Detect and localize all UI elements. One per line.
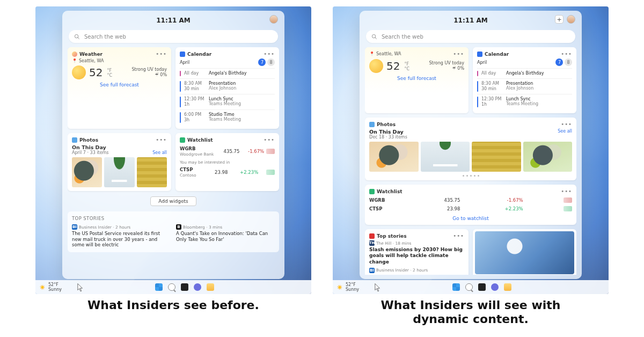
photos-icon — [369, 122, 375, 127]
avatar[interactable] — [269, 15, 278, 24]
watchlist-go-link[interactable]: Go to watchlist — [369, 216, 572, 221]
calendar-event[interactable]: 12:30 PM1h Lunch SyncTeams Meeting — [180, 94, 275, 109]
weather-title: Weather — [79, 52, 103, 57]
task-view-icon[interactable] — [181, 283, 188, 291]
more-icon[interactable]: ••• — [156, 51, 167, 57]
photo-thumb[interactable] — [137, 157, 167, 187]
photos-icon — [72, 137, 77, 143]
weather-widget[interactable]: Weather ••• 📍 Seattle, WA 52 °F°C Strong… — [68, 47, 171, 129]
search-icon — [74, 34, 80, 40]
photos-seeall-link[interactable]: See all — [558, 129, 572, 140]
search-placeholder: Search the web — [84, 34, 126, 40]
photos-heading: On This Day — [72, 144, 167, 150]
start-button[interactable] — [155, 283, 163, 291]
calendar-event[interactable]: 8:30 AM30 min PresentationAlex Johnson — [477, 78, 572, 94]
watchlist-row[interactable]: CTSP 23.98 +2.23% — [369, 204, 572, 213]
calendar-month: April — [180, 60, 189, 65]
calendar-widget[interactable]: Calendar ••• April 7 8 All da — [473, 47, 576, 113]
calendar-widget[interactable]: Calendar ••• April 7 8 All da — [175, 47, 279, 129]
calendar-event[interactable]: All day Angela's Birthday — [180, 68, 275, 78]
story-item[interactable]: BIBusiness Insider · 2 hours The US Post… — [369, 268, 464, 275]
more-icon[interactable]: ••• — [561, 188, 572, 194]
search-input[interactable]: Search the web — [366, 30, 575, 43]
news-card[interactable]: BIBusiness Insider · 11 hours ago The gl… — [473, 229, 576, 275]
photos-heading: On This Day — [369, 129, 404, 135]
taskbar-weather[interactable]: ☀️ 52°FSunny — [40, 282, 62, 292]
photo-thumb[interactable] — [421, 142, 470, 172]
watchlist-row[interactable]: WGRB 435.75 -1.67% — [369, 196, 572, 204]
search-input[interactable]: Search the web — [69, 30, 278, 43]
story-item[interactable]: BBloomberg · 3 mins A Quant's Take on In… — [176, 224, 275, 248]
photo-thumb[interactable] — [369, 142, 419, 172]
story-item[interactable]: BIBusiness Insider · 2 hours The US Post… — [72, 224, 171, 248]
taskbar-search-icon[interactable] — [168, 283, 175, 291]
explorer-icon[interactable] — [504, 283, 511, 291]
sparkline-icon — [266, 149, 275, 154]
watchlist-title: Watchlist — [187, 137, 213, 143]
photos-widget[interactable]: Photos ••• On This Day April 7 · 33 item… — [68, 133, 171, 191]
photos-seeall-link[interactable]: See all — [152, 150, 167, 155]
more-icon[interactable]: ••• — [453, 233, 464, 239]
watchlist-title: Watchlist — [377, 189, 402, 194]
more-icon[interactable]: ••• — [264, 51, 275, 57]
top-stories-header: TOP STORIES — [72, 216, 275, 221]
svg-point-2 — [372, 34, 375, 38]
calendar-event[interactable]: 6:00 PM3h Studio TimeTeams Meeting — [180, 109, 275, 125]
cursor-icon — [77, 283, 84, 292]
calendar-event[interactable]: All day Angela's Birthday — [477, 68, 572, 78]
chat-icon[interactable] — [194, 283, 201, 291]
add-button[interactable]: + — [555, 15, 564, 24]
photo-thumb[interactable] — [72, 157, 102, 187]
cursor-icon — [375, 283, 381, 292]
watchlist-widget[interactable]: Watchlist ••• WGRB 435.75 -1.67% CTSP — [365, 185, 576, 225]
more-icon[interactable]: ••• — [561, 121, 572, 127]
start-button[interactable] — [452, 283, 460, 291]
explorer-icon[interactable] — [207, 283, 214, 291]
top-stories-title: Top stories — [377, 233, 407, 239]
calendar-events: All day Angela's Birthday 8:30 AM30 min … — [180, 68, 275, 125]
photo-thumb[interactable] — [523, 142, 573, 172]
watchlist-note: You may be interested in — [180, 160, 275, 165]
calendar-event[interactable]: 8:30 AM30 min PresentationAlex Johnson — [180, 78, 275, 94]
calendar-day-next[interactable]: 8 — [565, 58, 572, 66]
clock: 11:11 AM — [453, 17, 488, 24]
weather-forecast-link[interactable]: See full forecast — [72, 82, 167, 87]
weather-widget[interactable]: 📍 Seattle, WA••• 52 °F°C Strong UV today… — [365, 47, 469, 113]
pager-dots[interactable] — [369, 175, 572, 177]
photos-title: Photos — [79, 137, 98, 143]
taskbar-search-icon[interactable] — [465, 283, 473, 291]
calendar-day-next[interactable]: 8 — [267, 58, 275, 66]
more-icon[interactable]: ••• — [156, 137, 167, 143]
taskbar-weather[interactable]: ☀️ 52°FSunny — [337, 282, 359, 292]
top-stories-section: TOP STORIES BIBusiness Insider · 2 hours… — [68, 211, 279, 252]
clock: 11:11 AM — [156, 17, 191, 24]
calendar-title: Calendar — [187, 52, 211, 57]
top-stories-widget[interactable]: Top stories ••• THThe Hill · 18 mins Sla… — [365, 229, 469, 275]
weather-temp: 52 — [89, 66, 103, 79]
task-view-icon[interactable] — [478, 283, 486, 291]
weather-location: 📍 Seattle, WA — [72, 58, 167, 63]
watchlist-row[interactable]: WGRBWoodgrove Bank 435.75 -1.67% — [180, 144, 275, 158]
photos-widget[interactable]: Photos ••• On This DayDec 18 · 33 items … — [365, 118, 576, 180]
more-icon[interactable]: ••• — [561, 51, 572, 57]
sparkline-icon — [564, 206, 572, 211]
calendar-day-selected[interactable]: 7 — [258, 58, 266, 66]
photo-thumb[interactable] — [104, 157, 134, 187]
chat-icon[interactable] — [491, 283, 499, 291]
sun-icon — [72, 65, 86, 79]
avatar[interactable] — [567, 15, 575, 24]
topstories-icon — [369, 233, 375, 239]
weather-cond: Strong UV today☔ 0% — [429, 61, 464, 72]
watchlist-row[interactable]: CTSPContoso 23.98 +2.23% — [180, 165, 275, 179]
svg-line-3 — [375, 37, 377, 39]
weather-forecast-link[interactable]: See full forecast — [369, 76, 464, 81]
story-item[interactable]: THThe Hill · 18 mins Slash emissions by … — [369, 240, 464, 265]
add-widgets-button[interactable]: Add widgets — [68, 196, 279, 206]
news-image — [475, 231, 574, 274]
calendar-day-selected[interactable]: 7 — [555, 58, 563, 66]
photo-thumb[interactable] — [472, 142, 521, 172]
more-icon[interactable]: ••• — [264, 137, 275, 143]
watchlist-widget[interactable]: Watchlist ••• WGRBWoodgrove Bank 435.75 … — [175, 133, 279, 191]
calendar-event[interactable]: 12:30 PM1h Lunch SyncTeams Meeting — [477, 94, 572, 109]
more-icon[interactable]: ••• — [453, 51, 464, 57]
